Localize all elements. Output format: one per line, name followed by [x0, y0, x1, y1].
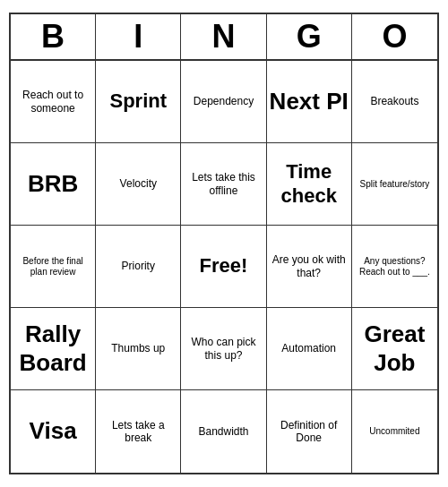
bingo-cell: Reach out to someone — [11, 61, 96, 143]
bingo-cell: Split feature/story — [352, 143, 437, 226]
bingo-cell: Who can pick this up? — [181, 308, 266, 390]
cell-text: Time check — [270, 160, 349, 208]
bingo-cell: Great Job — [352, 308, 437, 390]
cell-text: Lets take this offline — [184, 171, 263, 197]
cell-text: Reach out to someone — [13, 89, 92, 115]
bingo-cell: Time check — [267, 143, 352, 226]
bingo-cell: Before the final plan review — [11, 226, 96, 308]
bingo-card: BINGO Reach out to someoneSprintDependen… — [9, 13, 439, 474]
bingo-cell: Dependency — [181, 61, 266, 143]
cell-text: Who can pick this up? — [184, 336, 263, 362]
cell-text: Uncommited — [369, 426, 419, 437]
bingo-cell: Automation — [267, 308, 352, 390]
bingo-cell: Uncommited — [352, 390, 437, 473]
cell-text: Visa — [30, 417, 77, 445]
cell-text: Any questions? Reach out to ___. — [355, 256, 435, 278]
cell-text: Breakouts — [370, 95, 418, 107]
header-letter: N — [181, 14, 266, 59]
cell-text: Rally Board — [13, 320, 92, 376]
bingo-cell: Velocity — [96, 143, 181, 226]
bingo-cell: Thumbs up — [96, 308, 181, 390]
bingo-cell: Visa — [11, 390, 96, 473]
cell-text: Velocity — [120, 177, 157, 190]
cell-text: Priority — [122, 260, 155, 272]
cell-text: Sprint — [110, 90, 168, 113]
bingo-cell: Lets take this offline — [181, 143, 266, 226]
bingo-grid: Reach out to someoneSprintDependencyNext… — [11, 61, 437, 473]
bingo-cell: Definition of Done — [267, 390, 352, 473]
bingo-cell: Lets take a break — [96, 390, 181, 473]
cell-text: Dependency — [194, 95, 254, 107]
cell-text: BRB — [28, 170, 78, 198]
bingo-cell: Next PI — [267, 61, 352, 143]
bingo-cell: Any questions? Reach out to ___. — [352, 226, 437, 308]
cell-text: Are you ok with that? — [270, 253, 349, 279]
cell-text: Before the final plan review — [13, 256, 92, 278]
bingo-header: BINGO — [11, 14, 437, 61]
bingo-cell: Breakouts — [352, 61, 437, 143]
cell-text: Bandwidth — [198, 425, 248, 438]
bingo-cell: Sprint — [96, 61, 181, 143]
cell-text: Automation — [281, 342, 336, 355]
cell-text: Definition of Done — [270, 419, 349, 445]
header-letter: I — [96, 14, 181, 59]
cell-text: Lets take a break — [99, 419, 177, 445]
header-letter: G — [267, 14, 352, 59]
cell-text: Thumbs up — [111, 342, 165, 355]
bingo-cell: Rally Board — [11, 308, 96, 390]
bingo-cell: Priority — [96, 226, 181, 308]
cell-text: Split feature/story — [359, 179, 429, 190]
bingo-cell: Free! — [181, 226, 266, 308]
cell-text: Free! — [200, 254, 248, 278]
header-letter: O — [352, 14, 437, 59]
cell-text: Great Job — [355, 320, 435, 376]
bingo-cell: BRB — [11, 143, 96, 226]
header-letter: B — [11, 14, 96, 59]
cell-text: Next PI — [270, 88, 349, 115]
bingo-cell: Are you ok with that? — [267, 226, 352, 308]
bingo-cell: Bandwidth — [181, 390, 266, 473]
